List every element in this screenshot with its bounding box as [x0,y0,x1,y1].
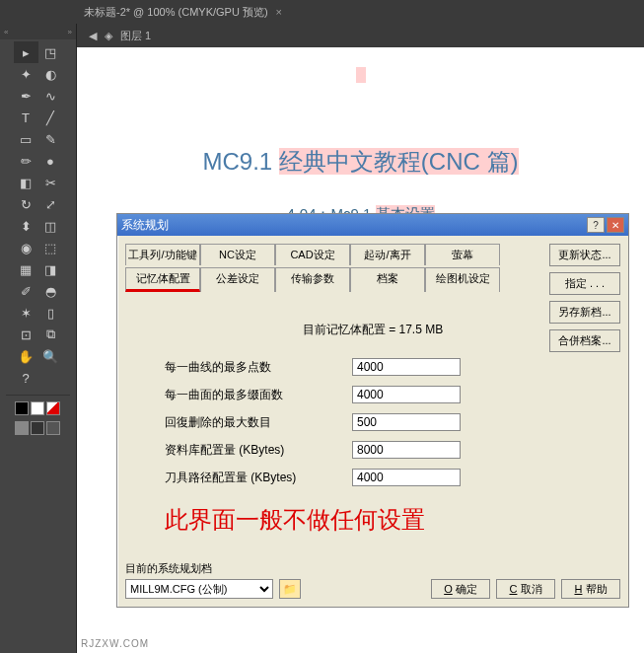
eraser-tool-icon[interactable]: ◧ [14,172,38,193]
config-file-select[interactable]: MILL9M.CFG (公制) [125,579,273,599]
cancel-button[interactable]: C 取消 [496,579,555,599]
config-tab[interactable]: 绘图机设定 [425,267,500,292]
brush-tool-icon[interactable]: ✎ [38,128,63,150]
config-tab[interactable]: 萤幕 [425,244,500,265]
document-canvas: MC9.1 经典中文教程(CNC 篇) 4-04：Mc9.1 基本设置 本课的学… [77,47,644,653]
config-tab[interactable]: 记忆体配置 [125,267,200,292]
crop-tool-icon[interactable]: ⊡ [14,324,38,345]
field-input[interactable] [352,386,461,403]
field-input[interactable] [352,358,461,376]
graph-tool-icon[interactable]: ▯ [38,302,63,324]
warning-note: 此界面一般不做任何设置 [165,504,620,536]
color-swatches[interactable] [15,401,62,415]
zoom-tool-icon[interactable]: 🔍 [38,345,63,367]
slice-tool-icon[interactable]: ⧉ [38,324,63,345]
warp-tool-icon[interactable]: ⬚ [38,237,63,258]
line-tool-icon[interactable]: ╱ [38,107,63,128]
config-tab[interactable]: 档案 [350,267,425,292]
document-tab[interactable]: 未标题-2* @ 100% (CMYK/GPU 预览) [84,5,268,20]
artboard-tool-icon[interactable]: ◳ [38,41,63,63]
config-tab[interactable]: 工具列/功能键 [125,244,200,265]
pen-tool-icon[interactable]: ✒ [14,85,38,107]
footer-label: 目前的系统规划档 [125,561,620,576]
field-label: 刀具路径配置量 (KBytes) [165,470,352,486]
eyedropper-tool-icon[interactable]: ✐ [14,280,38,302]
dialog-title: 系统规划 [121,217,169,234]
side-action-button[interactable]: 另存新档... [549,301,620,324]
tools-panel: «» ▸◳ ✦◐ ✒∿ T╱ ▭✎ ✏● ◧✂ ↻⤢ ⬍◫ ◉⬚ ▦◨ ✐◓ ✶… [0,24,77,653]
field-input[interactable] [352,469,461,486]
pencil-tool-icon[interactable]: ✏ [14,150,38,172]
side-action-button[interactable]: 更新状态... [549,244,620,266]
system-config-dialog: 系统规划 ? ✕ 工具列/功能键NC设定CAD设定起动/离开萤幕 记忆体配置公差… [116,213,629,608]
wand-tool-icon[interactable]: ✦ [14,63,38,85]
help-icon[interactable]: ? [587,217,605,233]
ok-button[interactable]: O 确定 [431,579,490,599]
rotate-tool-icon[interactable]: ↻ [14,193,38,215]
scale-tool-icon[interactable]: ⤢ [38,193,63,215]
field-label: 每一曲线的最多点数 [165,359,352,376]
config-tab[interactable]: 起动/离开 [350,244,425,265]
curve-tool-icon[interactable]: ∿ [38,85,63,107]
chevron-left-icon[interactable]: ◀ [89,30,97,42]
mode-swatches[interactable] [15,421,62,435]
panel-chevrons-icon[interactable]: « [4,28,8,36]
browse-icon[interactable]: 📁 [279,579,301,599]
blend-tool-icon[interactable]: ◓ [38,280,63,302]
symbol-tool-icon[interactable]: ✶ [14,302,38,324]
transform-tool-icon[interactable]: ◫ [38,215,63,237]
config-tab[interactable]: NC设定 [200,244,275,265]
width-tool-icon[interactable]: ⬍ [14,215,38,237]
close-tab-icon[interactable]: × [276,6,282,18]
field-label: 回復删除的最大数目 [165,414,352,431]
help-button[interactable]: H 帮助 [561,579,620,599]
watermark: RJZXW.COM [81,638,149,649]
blob-tool-icon[interactable]: ● [38,150,63,172]
field-label: 资料库配置量 (KBytes) [165,442,352,459]
mesh-tool-icon[interactable]: ▦ [14,258,38,280]
config-tab[interactable]: CAD设定 [275,244,350,265]
scissors-tool-icon[interactable]: ✂ [38,172,63,193]
config-tab[interactable]: 公差设定 [200,267,275,292]
shape-tool-icon[interactable]: ◉ [14,237,38,258]
field-input[interactable] [352,441,461,459]
help-tool-icon[interactable]: ? [14,367,38,389]
selection-marker [356,67,366,83]
field-input[interactable] [352,413,461,431]
panel-chevrons-icon[interactable]: » [68,28,72,36]
field-label: 每一曲面的最多缀面数 [165,387,352,403]
doc-title: MC9.1 经典中文教程(CNC 篇) [107,146,614,178]
config-tab[interactable]: 传输参数 [275,267,350,292]
rect-tool-icon[interactable]: ▭ [14,128,38,150]
type-tool-icon[interactable]: T [14,107,38,128]
side-action-button[interactable]: 合併档案... [549,329,620,352]
close-icon[interactable]: ✕ [607,217,624,233]
memory-label: 目前记忆体配置 = 17.5 MB [125,322,620,338]
lasso-tool-icon[interactable]: ◐ [38,63,63,85]
side-action-button[interactable]: 指定 . . . [549,272,620,295]
layer-name[interactable]: 图层 1 [120,29,151,43]
gradient-tool-icon[interactable]: ◨ [38,258,63,280]
layers-icon: ◈ [105,30,112,42]
move-tool-icon[interactable]: ▸ [14,41,38,63]
hand-tool-icon[interactable]: ✋ [14,345,38,367]
